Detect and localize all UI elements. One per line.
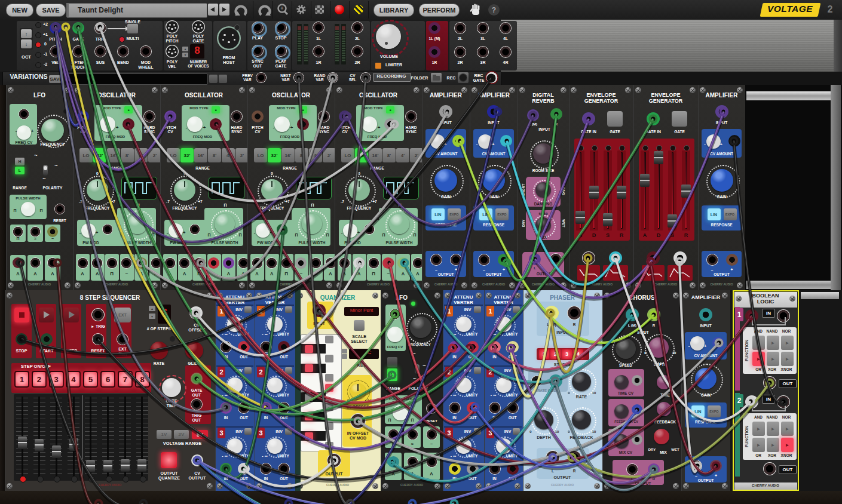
svg-text:+: +: [280, 5, 283, 11]
